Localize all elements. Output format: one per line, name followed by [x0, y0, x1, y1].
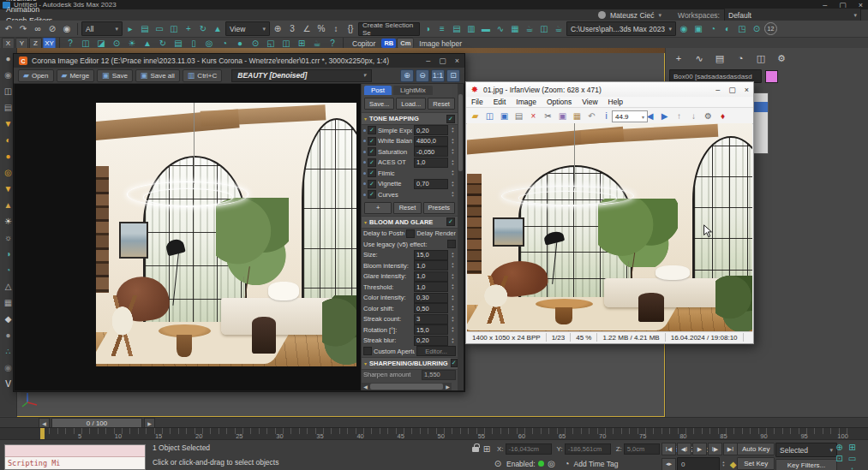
- light-bulb-icon[interactable]: ⊙: [110, 39, 123, 49]
- viewport-layout-icon[interactable]: ◳: [735, 22, 749, 35]
- curve-editor-icon[interactable]: ∿: [494, 22, 507, 35]
- add-time-tag[interactable]: Add Time Tag: [574, 460, 619, 468]
- delete-icon[interactable]: ×: [527, 110, 540, 122]
- pan-icon[interactable]: ↔: [833, 464, 846, 470]
- frame-spinner[interactable]: ▴▾: [721, 461, 727, 467]
- cut-icon[interactable]: ✂: [542, 110, 554, 122]
- row-spinner[interactable]: ▴▾: [450, 337, 456, 344]
- layer-explorer-icon[interactable]: ▤: [450, 22, 464, 35]
- grid-toggle-icon[interactable]: ⊙: [493, 457, 503, 470]
- close-icon[interactable]: ×: [745, 86, 749, 94]
- row-value-field[interactable]: 4800,0: [414, 136, 448, 146]
- render-production-icon[interactable]: ☕: [552, 22, 566, 35]
- track-dot-icon[interactable]: [363, 129, 366, 132]
- selection-filter-dropdown[interactable]: All▾: [81, 21, 123, 36]
- delay-checkbox[interactable]: [406, 229, 415, 238]
- track-dot-icon[interactable]: [363, 172, 366, 175]
- grid-tool-icon[interactable]: ⊞: [295, 39, 308, 49]
- go-to-start-button[interactable]: I◀: [661, 443, 676, 455]
- monitor-tool-icon[interactable]: ◫: [279, 39, 293, 49]
- add-operator-button[interactable]: +: [364, 202, 392, 214]
- reset-tone-button[interactable]: Reset: [393, 202, 421, 214]
- zoom-1to1-icon[interactable]: 1:1: [431, 69, 445, 82]
- unlink-selection-icon[interactable]: ⊘: [45, 22, 59, 35]
- row-checkbox[interactable]: ✓: [368, 147, 376, 156]
- selection-lock-icon[interactable]: [472, 447, 479, 452]
- minimize-icon[interactable]: –: [715, 86, 720, 94]
- clock-12-icon[interactable]: 12: [764, 22, 777, 35]
- legacy-checkbox[interactable]: [447, 240, 456, 248]
- row-value-field[interactable]: -0,050: [414, 146, 448, 157]
- zoom-in-icon[interactable]: ⊕: [400, 69, 414, 82]
- copitor-button[interactable]: Copitor: [347, 39, 380, 48]
- help-circle-icon[interactable]: ?: [326, 39, 339, 49]
- listener-row[interactable]: Scripting Mi: [5, 457, 145, 469]
- image-helper-button[interactable]: Image helper: [415, 39, 466, 48]
- macro-recorder-row[interactable]: [5, 445, 145, 457]
- tree-tool-icon[interactable]: ▲: [141, 39, 154, 49]
- undo-icon[interactable]: ↶: [2, 22, 15, 35]
- zoom-icon[interactable]: ⊕: [833, 442, 846, 453]
- walk-icon[interactable]: ↕: [846, 464, 859, 470]
- row-spinner[interactable]: ▴▾: [450, 273, 456, 280]
- row-spinner[interactable]: ▴▾: [450, 159, 456, 166]
- row-value-field[interactable]: 1,0: [414, 282, 448, 292]
- row-spinner[interactable]: ▴▾: [450, 191, 456, 198]
- first-image-icon[interactable]: ↑: [673, 110, 685, 122]
- rectangular-selection-icon[interactable]: ▭: [153, 22, 166, 35]
- scroll-thumb[interactable]: [370, 384, 443, 390]
- hierarchy-tab-icon[interactable]: ▤: [712, 51, 727, 65]
- auto-key-button[interactable]: Auto Key: [737, 443, 775, 455]
- row-spinner[interactable]: ▴▾: [450, 252, 456, 259]
- menu-item[interactable]: View: [577, 98, 602, 106]
- row-checkbox[interactable]: ✓: [368, 180, 376, 188]
- mirror-icon[interactable]: ◑: [421, 22, 434, 35]
- crossing-selection-icon[interactable]: ◫: [167, 22, 181, 35]
- go-to-end-button[interactable]: ▶I: [723, 443, 738, 455]
- row-value-field[interactable]: 1,0: [414, 158, 448, 168]
- render-last-icon[interactable]: ◔: [706, 22, 720, 35]
- track-dot-icon[interactable]: [363, 151, 366, 153]
- redo-icon[interactable]: ↷: [16, 22, 30, 35]
- track-dot-icon[interactable]: [363, 193, 366, 196]
- open-folder-icon[interactable]: ▰: [469, 110, 482, 122]
- menu-item[interactable]: Help: [603, 98, 628, 106]
- named-selection-sets-icon[interactable]: {}: [344, 22, 357, 35]
- slideshow-icon[interactable]: ◫: [483, 110, 496, 122]
- row-spinner[interactable]: ▴▾: [450, 127, 456, 134]
- row-spinner[interactable]: ▴▾: [450, 138, 456, 145]
- row-value-field[interactable]: 1,0: [414, 271, 448, 282]
- select-place-icon[interactable]: ⊕: [271, 22, 284, 35]
- presets-button[interactable]: Presets: [423, 202, 455, 214]
- row-spinner[interactable]: ▴▾: [450, 326, 456, 333]
- render-lock-icon[interactable]: ◐: [721, 22, 734, 35]
- door-tool-icon[interactable]: ▯: [187, 39, 201, 49]
- track-dot-icon[interactable]: [363, 161, 366, 164]
- modifier-selected-row[interactable]: [753, 102, 768, 112]
- select-rotate-icon[interactable]: ↻: [196, 22, 210, 35]
- close-icon[interactable]: ×: [455, 57, 459, 65]
- tab-post[interactable]: Post: [364, 86, 392, 95]
- object-color-swatch[interactable]: [765, 70, 778, 83]
- row-value-field[interactable]: 0,70: [414, 179, 448, 189]
- schematic-view-icon[interactable]: ▦: [508, 22, 522, 35]
- display-tab-icon[interactable]: ◫: [753, 51, 769, 65]
- key-mode-toggle[interactable]: ◂▸: [661, 458, 676, 470]
- maximize-icon[interactable]: ▢: [439, 57, 446, 65]
- row-value-field[interactable]: 15,0: [414, 324, 448, 335]
- tab-lightmix[interactable]: LightMix: [393, 86, 433, 95]
- bind-to-spacewarp-icon[interactable]: ◉: [60, 22, 74, 35]
- scroll-left-icon[interactable]: ◀: [362, 384, 369, 390]
- load-preset-button[interactable]: Load...: [396, 98, 426, 110]
- minimize-icon[interactable]: –: [426, 57, 430, 65]
- zoom-all-icon[interactable]: ⊞: [846, 442, 859, 453]
- copy-icon[interactable]: ▣: [556, 110, 569, 122]
- camera-pair-icon[interactable]: ◪: [94, 39, 108, 49]
- sphere-doc-icon[interactable]: ◔: [218, 39, 231, 49]
- isolate-icon[interactable]: ⊙: [750, 22, 763, 35]
- current-frame-field[interactable]: 0: [677, 457, 720, 470]
- row-value-field[interactable]: 15,0: [414, 250, 448, 260]
- previous-frame-button[interactable]: ◀I: [677, 443, 691, 455]
- user-account-menu[interactable]: Mateusz Cieć: [610, 11, 655, 20]
- zoom-out-icon[interactable]: ⊖: [416, 69, 429, 82]
